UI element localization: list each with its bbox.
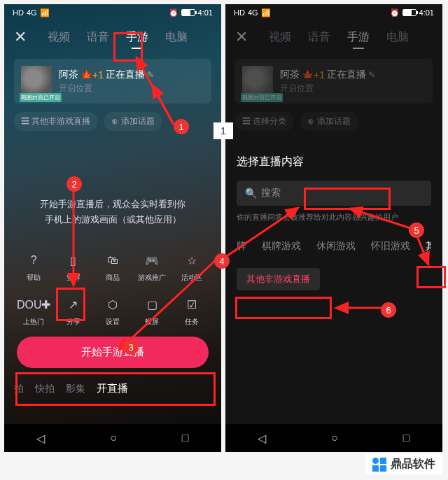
nav-home-icon[interactable]: ○ <box>331 432 338 444</box>
settings-icon: ⬡ <box>104 295 122 313</box>
chips-row: ☰ 其他非游戏直播 ⊕ 添加话题 <box>4 109 221 134</box>
cat-tab-3[interactable]: 怀旧游戏 <box>371 240 410 253</box>
cat-tab-0[interactable]: 牌 <box>237 240 246 253</box>
clock: 4:01 <box>198 8 213 17</box>
cat-tab-4[interactable]: 其他 <box>426 240 431 253</box>
cast-button[interactable]: ▢投屏 <box>135 295 169 327</box>
highlight-box-start <box>15 372 216 406</box>
result-chip[interactable]: 其他非游戏直播 <box>237 268 320 290</box>
info-text: 开始手游直播后，观众会实时看到你 手机上的游戏画面（或其他应用） <box>4 197 221 227</box>
nav-back-icon[interactable]: ◁ <box>258 432 266 445</box>
net-badge: 4G <box>27 8 37 17</box>
nav-back-icon[interactable]: ◁ <box>36 432 45 445</box>
top-tabs: ✕ 视频 语音 手游 电脑 <box>225 21 442 53</box>
status-bar: HD4G📶 ⏰ 4:01 <box>225 4 442 21</box>
highlight-box-title <box>304 188 391 210</box>
portrait-button[interactable]: ▯竖屏 <box>57 251 90 283</box>
section-title: 选择直播内容 <box>237 155 431 169</box>
topic-chip[interactable]: ⊕ 添加话题 <box>104 112 161 131</box>
highlight-box-tab <box>113 32 143 62</box>
badge-5: 5 <box>409 223 424 238</box>
stream-title: 阿茶🍁+1正在直播 ✎ <box>59 69 204 81</box>
close-icon[interactable]: ✕ <box>235 28 248 46</box>
activity-button[interactable]: ☆活动区 <box>175 251 209 283</box>
nav-home-icon[interactable]: ○ <box>110 432 117 444</box>
badge-4: 4 <box>214 253 230 269</box>
tab-pc[interactable]: 电脑 <box>165 30 188 45</box>
start-stream-button[interactable]: 开始手游直播 <box>17 337 209 368</box>
settings-button[interactable]: ⬡设置 <box>96 295 130 327</box>
game-button[interactable]: 🎮游戏推广 <box>135 251 169 283</box>
highlight-box-result <box>235 297 332 319</box>
cat-tab-1[interactable]: 棋牌游戏 <box>262 240 301 253</box>
status-bar: HD 4G 📶 ⏰ 4:01 <box>4 4 221 21</box>
icon-row-2: DOU✚上热门↗分享⬡设置▢投屏☑任务 <box>4 295 221 327</box>
edit-icon[interactable]: ✎ <box>147 70 154 80</box>
badge-3: 3 <box>123 339 139 355</box>
category-chip[interactable]: ☰ 其他非游戏直播 <box>14 112 97 131</box>
avatar: 截图封面已开启 <box>21 66 52 97</box>
avatar-badge: 截图封面已开启 <box>20 93 62 102</box>
badge-6: 6 <box>381 302 396 318</box>
search-hint: 你的直播间将会被推荐给对此内容感兴趣的用户 <box>237 211 431 223</box>
nav-recent-icon[interactable]: □ <box>182 432 189 444</box>
alarm-icon: ⏰ <box>169 8 178 17</box>
top-tabs: ✕ 视频 语音 手游 电脑 <box>4 21 221 53</box>
badge-2: 2 <box>66 176 82 192</box>
annotation-text: 1 <box>214 122 233 139</box>
cast-icon: ▢ <box>143 295 161 313</box>
battery-icon <box>181 9 195 16</box>
nav-bar: ◁ ○ □ <box>4 424 221 452</box>
help-button[interactable]: ?帮助 <box>17 251 50 283</box>
stream-location[interactable]: 开启位置 <box>59 83 204 94</box>
category-tabs: 牌棋牌游戏休闲游戏怀旧游戏其他 <box>237 240 431 253</box>
watermark-logo-icon <box>372 458 386 472</box>
topic-chip[interactable]: ⊕ 添加话题 <box>300 112 357 131</box>
nav-bar: ◁ ○ □ <box>225 424 442 452</box>
dou-button[interactable]: DOU✚上热门 <box>17 295 50 327</box>
category-chip[interactable]: ☰ 选择分类 <box>235 112 293 131</box>
highlight-box-portrait <box>56 288 85 321</box>
portrait-icon: ▯ <box>64 251 83 269</box>
watermark-text: 鼎品软件 <box>391 457 435 472</box>
icon-row-1: ?帮助▯竖屏🛍商品🎮游戏推广☆活动区 <box>4 251 221 283</box>
tab-video[interactable]: 视频 <box>48 30 70 45</box>
badge-1: 1 <box>174 119 189 134</box>
nav-recent-icon[interactable]: □ <box>403 432 410 444</box>
close-icon[interactable]: ✕ <box>14 28 27 46</box>
task-icon: ☑ <box>183 295 201 313</box>
search-icon: 🔍 <box>245 188 257 199</box>
hd-badge: HD <box>13 8 24 17</box>
tab-voice[interactable]: 语音 <box>87 30 109 45</box>
watermark: 鼎品软件 <box>365 454 442 474</box>
game-icon: 🎮 <box>143 251 161 269</box>
stream-card[interactable]: 截图封面已开启 阿茶🍁+1正在直播 ✎ 开启位置 <box>14 59 211 104</box>
shop-button[interactable]: 🛍商品 <box>96 251 130 283</box>
stream-card: 截图封面已开启 阿茶🍁+1正在直播✎ 开启位置 <box>235 59 433 104</box>
shop-icon: 🛍 <box>104 251 122 269</box>
task-button[interactable]: ☑任务 <box>175 295 209 327</box>
help-icon: ? <box>24 251 43 269</box>
activity-icon: ☆ <box>183 251 201 269</box>
cat-tab-2[interactable]: 休闲游戏 <box>316 240 356 253</box>
highlight-box-other <box>416 266 446 288</box>
dou-icon: DOU✚ <box>24 295 43 313</box>
